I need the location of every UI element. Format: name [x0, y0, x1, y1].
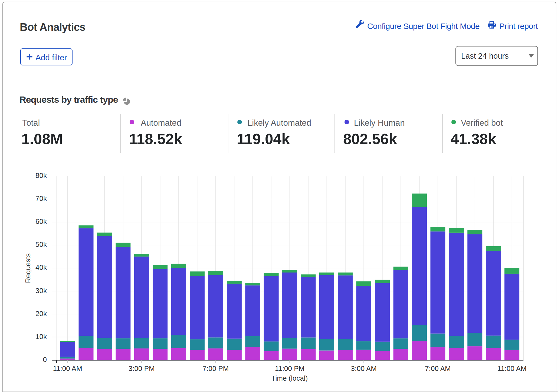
- svg-text:20k: 20k: [35, 310, 47, 318]
- svg-text:11:00 AM: 11:00 AM: [53, 364, 82, 373]
- svg-text:30k: 30k: [35, 287, 47, 295]
- svg-text:Time (local): Time (local): [271, 374, 308, 382]
- svg-text:3:00 PM: 3:00 PM: [129, 364, 155, 373]
- svg-text:70k: 70k: [35, 194, 47, 202]
- svg-text:Requests: Requests: [24, 253, 32, 283]
- svg-text:11:00 AM: 11:00 AM: [497, 364, 527, 373]
- svg-text:50k: 50k: [35, 240, 47, 248]
- svg-text:7:00 AM: 7:00 AM: [425, 364, 451, 373]
- svg-text:10k: 10k: [35, 333, 47, 341]
- svg-text:0: 0: [43, 356, 47, 364]
- svg-text:3:00 AM: 3:00 AM: [351, 364, 377, 373]
- svg-text:60k: 60k: [35, 217, 47, 225]
- svg-text:11:00 PM: 11:00 PM: [275, 364, 304, 373]
- svg-text:40k: 40k: [35, 263, 47, 271]
- svg-text:80k: 80k: [35, 171, 47, 180]
- svg-text:7:00 PM: 7:00 PM: [203, 364, 229, 373]
